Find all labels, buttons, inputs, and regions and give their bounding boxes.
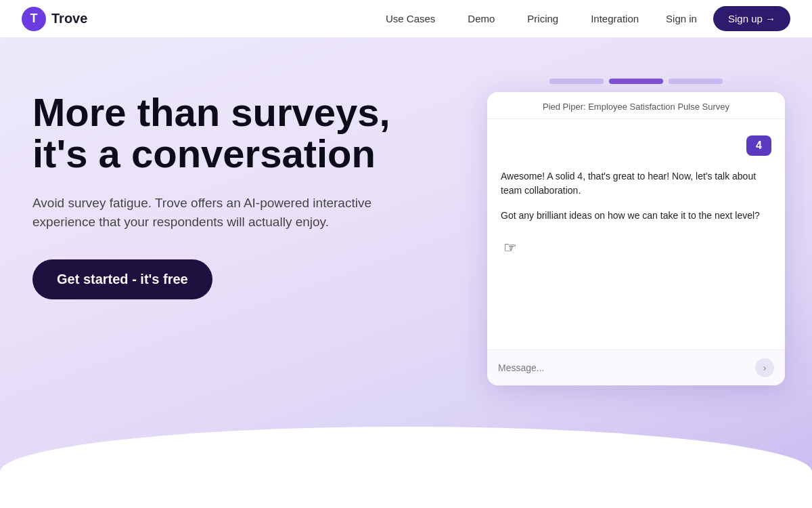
card-tab-2 xyxy=(609,79,663,84)
hero-subtext: Avoid survey fatigue. Trove offers an AI… xyxy=(32,194,411,232)
card-tab-1 xyxy=(549,79,604,84)
logo-icon: T xyxy=(22,7,46,31)
signin-link[interactable]: Sign in xyxy=(666,13,697,24)
hero-section: More than surveys, it's a conversation A… xyxy=(0,38,812,508)
nav-integration[interactable]: Integration xyxy=(591,13,639,24)
cursor-icon: ☞ xyxy=(503,239,517,257)
chat-input[interactable] xyxy=(498,362,750,373)
navbar: T Trove Use Cases Demo Pricing Integrati… xyxy=(0,0,812,38)
cta-button[interactable]: Get started - it's free xyxy=(32,259,212,299)
nav-pricing[interactable]: Pricing xyxy=(527,13,558,24)
nav-links: Use Cases Demo Pricing Integration xyxy=(386,13,639,24)
hero-content: More than surveys, it's a conversation A… xyxy=(0,38,411,299)
nav-use-cases[interactable]: Use Cases xyxy=(386,13,435,24)
chat-card: Pied Piper: Employee Satisfaction Pulse … xyxy=(487,92,785,385)
rating-badge: 4 xyxy=(746,135,771,156)
logo-text: Trove xyxy=(51,11,87,26)
chat-send-button[interactable]: › xyxy=(755,358,774,377)
chat-card-container: Pied Piper: Employee Satisfaction Pulse … xyxy=(487,79,785,385)
chat-footer: › xyxy=(487,350,785,385)
card-tab-3 xyxy=(669,79,723,84)
card-tabs xyxy=(487,79,785,84)
signup-button[interactable]: Sign up → xyxy=(713,6,790,31)
nav-demo[interactable]: Demo xyxy=(468,13,495,24)
chat-message-1: Awesome! A solid 4, that's great to hear… xyxy=(501,169,771,198)
chat-card-header: Pied Piper: Employee Satisfaction Pulse … xyxy=(487,92,785,119)
hero-heading: More than surveys, it's a conversation xyxy=(32,92,411,175)
chat-message-2: Got any brilliant ideas on how we can ta… xyxy=(501,209,771,223)
logo[interactable]: T Trove xyxy=(22,7,87,31)
chat-body: 4 Awesome! A solid 4, that's great to he… xyxy=(487,119,785,350)
